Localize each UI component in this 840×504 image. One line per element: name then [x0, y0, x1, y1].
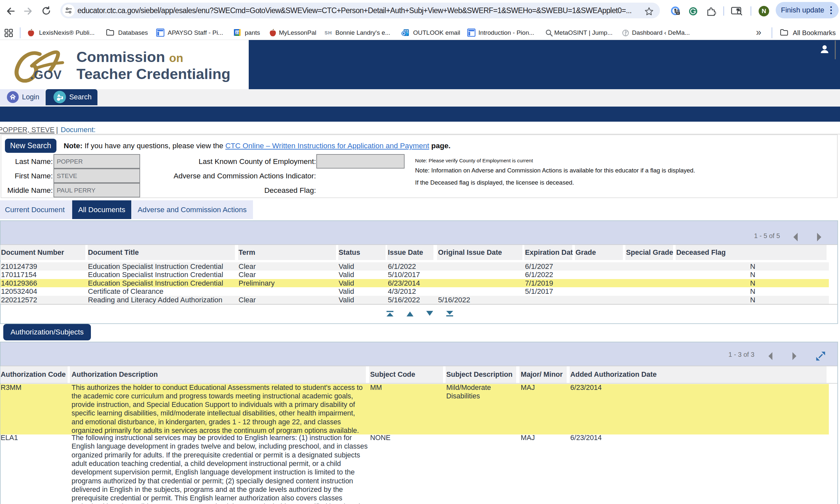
svg-text:23: 23	[235, 31, 239, 35]
svg-text:.GOV: .GOV	[30, 68, 62, 82]
